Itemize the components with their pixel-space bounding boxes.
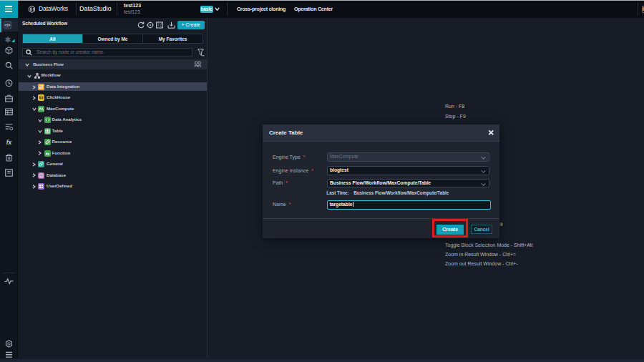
svg-text:✱: ✱ — [5, 35, 11, 43]
svg-text:fx: fx — [45, 151, 49, 155]
svg-text:</>: </> — [4, 23, 11, 27]
